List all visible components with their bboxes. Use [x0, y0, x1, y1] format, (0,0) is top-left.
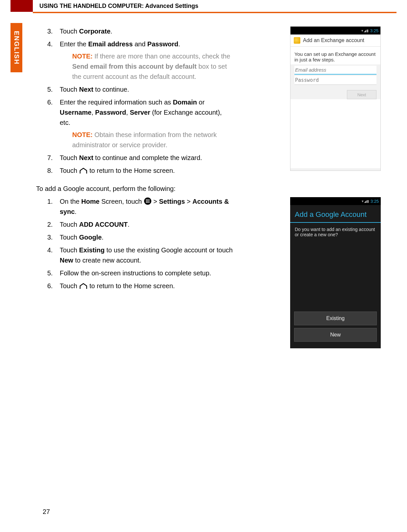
step-text: Touch Corporate.: [60, 28, 112, 35]
step-number: 1.: [47, 197, 53, 207]
exchange-icon: [294, 37, 300, 44]
step-text: Enter the required information such as D…: [60, 99, 222, 126]
wifi-signal-battery-icons: ▾◢▮: [361, 29, 369, 33]
note-label: NOTE:: [72, 131, 93, 138]
google-question: Do you want to add an existing account o…: [290, 223, 381, 241]
step-number: 6.: [47, 97, 53, 107]
step-text: Enter the Email address and Password.: [60, 40, 180, 48]
header: USING THE HANDHELD COMPUTER: Advanced Se…: [33, 0, 198, 12]
step-number: 4.: [47, 245, 53, 255]
step-number: 3.: [47, 26, 53, 36]
step-number: 3.: [47, 232, 53, 243]
existing-button[interactable]: Existing: [294, 312, 377, 325]
list-item: 5.Follow the on-screen instructions to c…: [43, 268, 233, 278]
wifi-signal-battery-icons: ▾◢▮: [362, 199, 369, 203]
list-item: 6.Enter the required information such as…: [43, 97, 233, 150]
status-bar: ▾◢▮ 3:25: [290, 197, 381, 205]
list-item: 4.Touch Existing to use the existing Goo…: [43, 245, 233, 266]
step-number: 6.: [47, 281, 53, 291]
list-item: 2.Touch ADD ACCOUNT.: [43, 220, 233, 230]
step-number: 5.: [47, 84, 53, 95]
step-number: 2.: [47, 220, 53, 230]
svg-point-1: [146, 199, 147, 200]
list-item: 7.Touch Next to continue and complete th…: [43, 153, 233, 163]
email-field[interactable]: [294, 66, 376, 75]
screenshot-google: ▾◢▮ 3:25 Add a Google Account Do you wan…: [290, 197, 381, 348]
note: NOTE: Obtain these information from the …: [72, 130, 233, 150]
note-body: Obtain these information from the networ…: [72, 131, 217, 149]
step-number: 8.: [47, 166, 53, 176]
svg-point-7: [146, 202, 147, 203]
list-item: 3.Touch Corporate.: [43, 26, 233, 36]
list-item: 1.On the Home Screen, touch > Settings >…: [43, 197, 233, 217]
password-field[interactable]: [294, 76, 376, 85]
apps-icon: [144, 197, 152, 205]
step-number: 7.: [47, 153, 53, 163]
list-item: 4.Enter the Email address and Password.N…: [43, 39, 233, 82]
svg-point-6: [148, 200, 149, 201]
step-number: 4.: [47, 39, 53, 49]
svg-point-5: [147, 200, 148, 201]
step-text: Touch to return to the Home screen.: [60, 282, 175, 289]
list-item: 3.Touch Google.: [43, 232, 233, 243]
step-text: Touch Next to continue.: [60, 86, 129, 93]
steps-exchange: 3.Touch Corporate.4.Enter the Email addr…: [43, 26, 233, 176]
svg-point-4: [146, 200, 147, 201]
list-item: 8.Touch to return to the Home screen.: [43, 166, 233, 176]
screenshot-exchange: ▾◢▮ 3:25 Add an Exchange account You can…: [290, 26, 381, 171]
new-button[interactable]: New: [294, 328, 377, 342]
page-number: 27: [43, 508, 50, 516]
google-title: Add a Google Account: [290, 205, 381, 223]
step-text: Touch Existing to use the existing Googl…: [60, 246, 233, 264]
header-rule: [33, 12, 396, 13]
svg-point-8: [147, 202, 148, 203]
step-text: Touch Next to continue and complete the …: [60, 154, 202, 161]
status-time: 3:25: [370, 28, 378, 33]
svg-point-2: [147, 199, 148, 200]
svg-point-9: [148, 202, 149, 203]
note-body: If there are more than one accounts, che…: [72, 53, 230, 80]
google-intro: To add a Google account, perform the fol…: [36, 185, 233, 193]
exchange-title-bar: Add an Exchange account: [290, 35, 380, 47]
list-item: 6.Touch to return to the Home screen.: [43, 281, 233, 291]
exchange-title: Add an Exchange account: [303, 37, 364, 43]
header-title: USING THE HANDHELD COMPUTER: Advanced Se…: [39, 3, 198, 10]
status-bar: ▾◢▮ 3:25: [290, 27, 380, 35]
svg-point-3: [148, 199, 149, 200]
note: NOTE: If there are more than one account…: [72, 51, 233, 82]
step-text: Follow the on-screen instructions to com…: [60, 269, 211, 277]
note-label: NOTE:: [72, 53, 93, 60]
home-icon: [79, 168, 88, 174]
list-item: 5.Touch Next to continue.: [43, 84, 233, 95]
corner-accent: [11, 0, 33, 12]
steps-google: 1.On the Home Screen, touch > Settings >…: [43, 197, 233, 291]
status-time: 3:25: [371, 199, 379, 204]
step-text: Touch to return to the Home screen.: [60, 167, 175, 174]
home-icon: [79, 283, 88, 289]
step-text: On the Home Screen, touch > Settings > A…: [60, 198, 229, 215]
language-tab: ENGLISH: [11, 23, 22, 72]
next-button[interactable]: Next: [347, 90, 376, 99]
exchange-blurb: You can set up an Exchange account in ju…: [290, 47, 380, 64]
step-text: Touch Google.: [60, 234, 103, 241]
step-number: 5.: [47, 268, 53, 278]
step-text: Touch ADD ACCOUNT.: [60, 221, 130, 228]
